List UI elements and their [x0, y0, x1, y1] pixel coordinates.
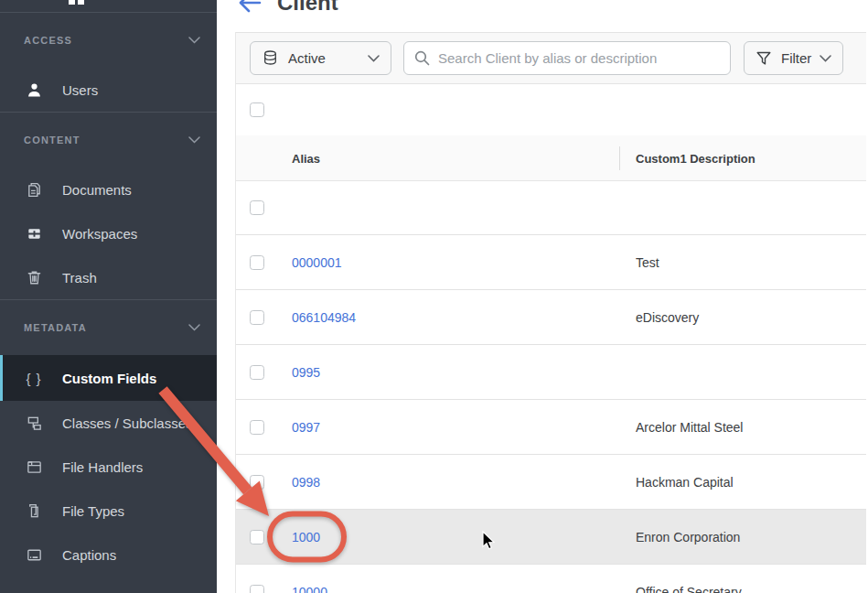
filter-button[interactable]: Filter: [744, 41, 843, 75]
table-body: 0000001Test066104984eDiscovery09950997Ar…: [236, 181, 866, 593]
sidebar-item-workspaces[interactable]: Workspaces: [0, 211, 217, 255]
select-all-row: [236, 84, 866, 135]
sidebar-item-label: File Handlers: [62, 459, 143, 475]
logo-fragment-icon: [69, 0, 75, 5]
table-row[interactable]: 0998Hackman Capital: [236, 455, 866, 510]
sidebar-item-custom-fields[interactable]: { }Custom Fields: [0, 355, 217, 401]
back-arrow-icon[interactable]: [237, 0, 263, 15]
sidebar-item-trash[interactable]: Trash: [0, 255, 217, 299]
client-alias-link[interactable]: 0997: [292, 420, 320, 435]
column-header-custom1-description[interactable]: Custom1 Description: [636, 151, 755, 165]
search-box: [403, 41, 731, 75]
hierarchy-icon: [24, 415, 44, 432]
client-alias-link[interactable]: 10000: [292, 585, 327, 593]
sidebar-section-header-access[interactable]: ACCESS: [0, 13, 217, 68]
sidebar-item-documents[interactable]: Documents: [0, 167, 217, 211]
table-row[interactable]: 0000001Test: [236, 235, 866, 290]
table-row[interactable]: [236, 181, 866, 235]
client-description: Enron Corporation: [636, 530, 740, 544]
logo-fragment-icon: [78, 0, 84, 5]
sidebar: ACCESSUsersCONTENTDocumentsWorkspacesTra…: [0, 0, 217, 593]
chevron-down-icon: [820, 55, 831, 62]
row-checkbox[interactable]: [250, 585, 264, 593]
client-description: Office of Secretary: [636, 585, 742, 593]
table-header: Alias Custom1 Description: [236, 135, 866, 181]
client-description: Hackman Capital: [636, 475, 734, 490]
chevron-down-icon: [188, 37, 200, 44]
sidebar-section-header-metadata[interactable]: METADATA: [0, 300, 217, 355]
pages-icon: [24, 502, 44, 520]
client-description: Arcelor Mittal Steel: [636, 420, 743, 435]
sidebar-item-classes-subclasses[interactable]: Classes / Subclasses: [0, 401, 217, 445]
sidebar-item-label: Custom Fields: [62, 371, 156, 386]
row-checkbox[interactable]: [250, 255, 264, 270]
app-window: ACCESSUsersCONTENTDocumentsWorkspacesTra…: [0, 0, 868, 593]
client-alias-link[interactable]: 0995: [292, 365, 320, 380]
row-checkbox[interactable]: [250, 200, 264, 215]
sidebar-item-label: Classes / Subclasses: [62, 415, 193, 431]
section-label: CONTENT: [24, 135, 80, 146]
row-checkbox[interactable]: [250, 365, 264, 380]
sidebar-item-label: Users: [62, 82, 98, 98]
column-divider: [619, 146, 620, 170]
sidebar-item-captions[interactable]: Captions: [0, 533, 217, 577]
toolbar: Active: [236, 32, 866, 84]
sidebar-sections: ACCESSUsersCONTENTDocumentsWorkspacesTra…: [0, 13, 217, 593]
table-row[interactable]: 10000Office of Secretary: [236, 565, 866, 593]
sidebar-item-users[interactable]: Users: [0, 68, 217, 112]
section-label: ACCESS: [24, 35, 72, 46]
client-alias-link[interactable]: 0000001: [292, 255, 342, 270]
window-icon: [24, 458, 44, 476]
main-content: Client Active: [217, 0, 868, 593]
user-icon: [24, 81, 44, 99]
row-checkbox[interactable]: [250, 310, 264, 325]
database-icon: [262, 49, 279, 67]
braces-icon: { }: [24, 371, 44, 386]
client-description: Test: [636, 255, 659, 270]
client-description: eDiscovery: [636, 310, 699, 325]
column-header-alias[interactable]: Alias: [292, 151, 320, 165]
status-filter-dropdown[interactable]: Active: [250, 41, 391, 75]
section-label: METADATA: [24, 322, 87, 333]
row-checkbox[interactable]: [250, 420, 264, 435]
table-row[interactable]: 066104984eDiscovery: [236, 290, 866, 345]
sidebar-logo-cut: [0, 0, 217, 13]
sidebar-section-metadata: METADATA{ }Custom FieldsClasses / Subcla…: [0, 299, 217, 593]
documents-icon: [24, 181, 44, 199]
table-row[interactable]: 1000Enron Corporation: [236, 510, 866, 565]
sidebar-section-content: CONTENTDocumentsWorkspacesTrash: [0, 112, 217, 299]
sidebar-item-label: Captions: [62, 547, 116, 563]
sidebar-section-access: ACCESSUsers: [0, 13, 217, 112]
funnel-icon: [755, 50, 772, 67]
row-checkbox[interactable]: [250, 530, 264, 544]
chevron-down-icon: [368, 55, 380, 62]
client-list-card: Active: [235, 32, 866, 593]
sidebar-item-label: Trash: [62, 270, 97, 286]
filter-label: Filter: [781, 50, 811, 66]
table-row[interactable]: 0995: [236, 345, 866, 400]
sidebar-item-file-types[interactable]: File Types: [0, 489, 217, 533]
page-header: Client: [237, 0, 338, 16]
search-input[interactable]: [438, 50, 713, 66]
client-alias-link[interactable]: 066104984: [292, 310, 356, 325]
sidebar-item-label: Documents: [62, 182, 132, 198]
client-alias-link[interactable]: 1000: [292, 530, 320, 544]
status-filter-value: Active: [288, 50, 326, 66]
table-row[interactable]: 0997Arcelor Mittal Steel: [236, 400, 866, 455]
sidebar-item-file-handlers[interactable]: File Handlers: [0, 445, 217, 489]
row-checkbox[interactable]: [250, 475, 264, 490]
chevron-down-icon: [188, 136, 200, 144]
select-all-checkbox[interactable]: [250, 102, 264, 117]
sidebar-item-label: Workspaces: [62, 226, 137, 242]
chevron-down-icon: [188, 324, 200, 331]
client-alias-link[interactable]: 0998: [292, 475, 320, 490]
sidebar-section-header-content[interactable]: CONTENT: [0, 113, 217, 167]
trash-icon: [24, 269, 44, 286]
page-title: Client: [277, 0, 338, 16]
caption-icon: [24, 546, 44, 564]
search-icon: [413, 49, 431, 67]
workspaces-icon: [24, 225, 44, 243]
sidebar-item-label: File Types: [62, 503, 124, 519]
